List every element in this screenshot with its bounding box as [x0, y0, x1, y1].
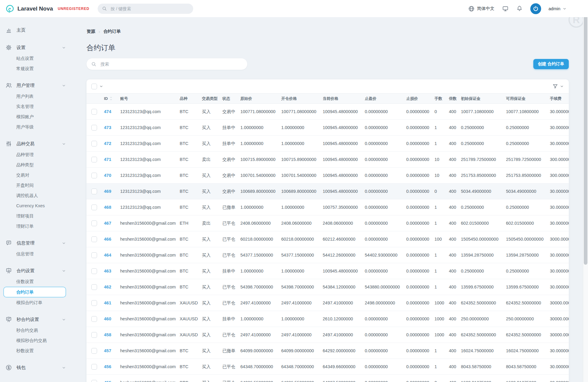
order-id-link[interactable]: 473: [104, 125, 111, 130]
column-header[interactable]: 品种: [177, 94, 200, 104]
table-row[interactable]: 467 heshen3156000@gmail.com ETH 卖出 已平仓 2…: [87, 215, 569, 231]
brand[interactable]: Laravel Nova: [5, 4, 53, 13]
order-id-link[interactable]: 467: [104, 221, 111, 226]
row-checkbox[interactable]: [91, 332, 97, 338]
row-checkbox[interactable]: [91, 380, 97, 382]
sidebar-item[interactable]: 用户等级: [5, 122, 66, 132]
sidebar-item[interactable]: 交易对: [5, 170, 66, 180]
table-row[interactable]: 458 heshen3156000@gmail.com XAUUSD 买入 已平…: [87, 327, 569, 343]
table-row[interactable]: 471 123123123@qq.com BTC 卖出 交易中 100715.8…: [87, 152, 569, 168]
sidebar-item[interactable]: 常规设置: [5, 63, 66, 74]
sort-icon[interactable]: [109, 96, 113, 101]
sidebar-item[interactable]: 钱包: [5, 362, 66, 373]
row-checkbox[interactable]: [91, 205, 97, 210]
row-checkbox[interactable]: [91, 157, 97, 162]
avatar[interactable]: [530, 3, 541, 14]
order-id-link[interactable]: 457: [104, 348, 111, 353]
column-header[interactable]: 当前价格: [320, 94, 362, 104]
sidebar-item[interactable]: 用户管理: [5, 80, 66, 91]
breadcrumb-resources[interactable]: 资源: [87, 29, 95, 34]
table-row[interactable]: 461 heshen3156000@gmail.com XAUUSD 买入 已平…: [87, 295, 569, 311]
sidebar-item[interactable]: 信息管理: [5, 237, 66, 249]
global-search[interactable]: [98, 4, 193, 14]
scrollbar-thumb[interactable]: [584, 2, 587, 265]
order-id-link[interactable]: 460: [104, 316, 111, 321]
language-switcher[interactable]: 简体中文: [468, 5, 495, 12]
order-id-link[interactable]: 472: [104, 141, 111, 146]
row-checkbox[interactable]: [91, 252, 97, 258]
row-checkbox[interactable]: [91, 189, 97, 194]
column-header[interactable]: 手数: [432, 94, 446, 104]
order-id-link[interactable]: 469: [104, 189, 111, 194]
sidebar-item[interactable]: 秒合约设置: [5, 314, 66, 325]
order-id-link[interactable]: 458: [104, 332, 111, 337]
order-id-link[interactable]: 468: [104, 205, 111, 210]
row-checkbox[interactable]: [91, 141, 97, 146]
sidebar-item[interactable]: Currency Kxes: [5, 201, 66, 211]
sidebar-item[interactable]: 合约订单: [3, 287, 66, 297]
sidebar-item[interactable]: 模拟秒合约交易: [5, 335, 66, 346]
order-id-link[interactable]: 466: [104, 237, 111, 242]
table-row[interactable]: 457 heshen3156000@gmail.com BTC 买入 已撤单 6…: [87, 343, 569, 359]
row-checkbox[interactable]: [91, 348, 97, 354]
column-header[interactable]: 止盈价: [362, 94, 404, 104]
order-id-link[interactable]: 463: [104, 269, 111, 273]
sidebar-item[interactable]: 合约设置: [5, 265, 66, 276]
table-row[interactable]: 462 heshen3156000@gmail.com BTC 买入 已平仓 5…: [87, 279, 569, 295]
column-header[interactable]: 可用保证金: [504, 94, 547, 104]
column-header[interactable]: 止损价: [404, 94, 432, 104]
table-row[interactable]: 455 heshen3156000@gmail.com BTC 买入 已平仓 6…: [87, 375, 569, 382]
table-row[interactable]: 456 heshen3156000@gmail.com BTC 买入 已平仓 6…: [87, 359, 569, 375]
table-row[interactable]: 469 123123123@qq.com BTC 买入 交易中 100689.8…: [87, 183, 569, 199]
order-id-link[interactable]: 462: [104, 285, 111, 289]
table-row[interactable]: 468 123123123@qq.com BTC 买入 已撤单 1.000000…: [87, 199, 569, 215]
column-header[interactable]: 原始价: [238, 94, 279, 104]
select-all-checkbox[interactable]: [91, 84, 97, 89]
row-checkbox[interactable]: [91, 300, 97, 306]
order-id-link[interactable]: 471: [104, 157, 111, 162]
sidebar-item[interactable]: 用户列表: [5, 91, 66, 101]
order-id-link[interactable]: 461: [104, 300, 111, 305]
sidebar-item[interactable]: 主页: [5, 24, 66, 36]
order-id-link[interactable]: 470: [104, 173, 111, 178]
column-header[interactable]: 手续费: [547, 94, 569, 104]
resource-search[interactable]: [87, 58, 247, 70]
table-row[interactable]: 474 123123123@qq.com BTC 买入 交易中 100771.0…: [87, 104, 569, 120]
sidebar-item[interactable]: 模拟合约订单: [5, 297, 66, 308]
column-header[interactable]: ID: [102, 94, 118, 104]
column-header[interactable]: 开仓价格: [279, 94, 320, 104]
sidebar-item[interactable]: 秒数设置: [5, 346, 66, 356]
table-row[interactable]: 460 heshen3156000@gmail.com XAUUSD 买入 挂单…: [87, 311, 569, 327]
bell-icon[interactable]: [516, 5, 523, 12]
column-header[interactable]: 倍数: [446, 94, 459, 104]
user-menu[interactable]: admin: [549, 6, 567, 11]
sidebar-item[interactable]: 理财项目: [5, 211, 66, 221]
table-row[interactable]: 470 123123123@qq.com BTC 买入 交易中 100701.5…: [87, 168, 569, 183]
global-search-input[interactable]: [110, 6, 189, 11]
order-id-link[interactable]: 474: [104, 109, 111, 114]
table-row[interactable]: 473 123123123@qq.com BTC 买入 挂单中 1.000000…: [87, 120, 569, 136]
sidebar-item[interactable]: 信息管理: [5, 249, 66, 259]
order-id-link[interactable]: 456: [104, 364, 111, 369]
sidebar-item[interactable]: 实名管理: [5, 101, 66, 112]
row-checkbox[interactable]: [91, 173, 97, 178]
filter-control[interactable]: [552, 83, 564, 89]
table-row[interactable]: 472 123123123@qq.com BTC 买入 挂单中 1.000000…: [87, 136, 569, 152]
row-checkbox[interactable]: [91, 109, 97, 115]
resource-search-input[interactable]: [100, 61, 243, 67]
sidebar-item[interactable]: 秒合约交易: [5, 325, 66, 335]
sidebar-item[interactable]: 设置: [5, 42, 66, 53]
row-checkbox[interactable]: [91, 236, 97, 242]
select-all-control[interactable]: [91, 84, 103, 89]
row-checkbox[interactable]: [91, 125, 97, 131]
table-row[interactable]: 463 heshen3156000@gmail.com BTC 买入 挂单中 1…: [87, 263, 569, 279]
column-header[interactable]: 状态: [220, 94, 238, 104]
row-checkbox[interactable]: [91, 316, 97, 322]
order-id-link[interactable]: 464: [104, 253, 111, 257]
table-row[interactable]: 464 heshen3156000@gmail.com BTC 买入 已平仓 5…: [87, 247, 569, 263]
monitor-icon[interactable]: [502, 5, 509, 12]
sidebar-item[interactable]: 站点设置: [5, 53, 66, 63]
sidebar-item[interactable]: 调控机器人: [5, 190, 66, 201]
sidebar-item[interactable]: 模拟账户: [5, 112, 66, 122]
row-checkbox[interactable]: [91, 364, 97, 370]
